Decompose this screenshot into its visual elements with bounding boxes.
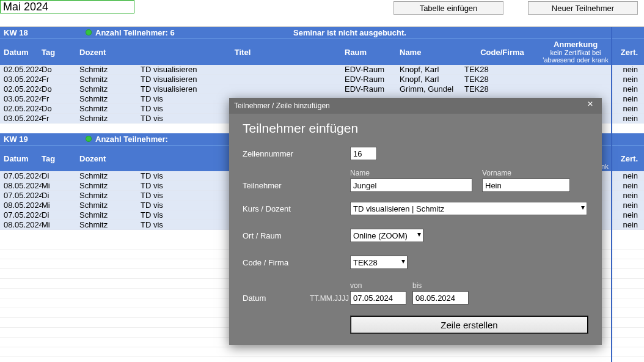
- col-datum: Datum: [0, 48, 42, 57]
- table-row[interactable]: 03.05.2024FrSchmitzTD visualisierenEDV-R…: [0, 75, 644, 84]
- cell-zert: nein: [611, 171, 644, 180]
- cell-tag: Di: [42, 171, 79, 180]
- cell-datum: 08.05.2024: [0, 220, 42, 229]
- cell-zert: nein: [611, 210, 644, 220]
- add-participant-dialog: Teilnehmer / Zeile hinzufügen ✕ Teilnehm…: [229, 98, 602, 345]
- cell-dozent: Schmitz: [79, 220, 141, 229]
- cell-dozent: Schmitz: [79, 201, 141, 210]
- room-select[interactable]: Online (ZOOM): [350, 229, 423, 242]
- date-format-hint: TT.MM.JJJJ: [310, 294, 350, 305]
- cell-zert: nein: [611, 114, 644, 123]
- cell-titel: TD visualisieren: [141, 75, 345, 84]
- week-band: KW 18Anzahl Teilnehmer: 6Seminar ist nic…: [0, 27, 644, 39]
- cell-tag: Mi: [42, 220, 79, 229]
- cell-datum: 02.05.2024: [0, 65, 42, 74]
- cell-zert: nein: [611, 220, 644, 229]
- create-row-button[interactable]: Zeile erstellen: [350, 316, 588, 334]
- col-tag: Tag: [42, 154, 79, 163]
- cell-datum: 08.05.2024: [0, 181, 42, 190]
- cell-dozent: Schmitz: [79, 181, 141, 190]
- cell-zert: nein: [611, 181, 644, 190]
- to-caption: bis: [412, 281, 469, 290]
- dialog-title-text: Teilnehmer / Zeile hinzufügen: [234, 102, 330, 110]
- cell-raum: EDV-Raum: [345, 84, 400, 94]
- cell-datum: 03.05.2024: [0, 75, 42, 84]
- cell-zert: nein: [611, 75, 644, 84]
- cell-name: Knopf, Karl: [400, 75, 464, 84]
- cell-dozent: Schmitz: [79, 210, 141, 220]
- room-label: Ort / Raum: [243, 231, 350, 240]
- cell-code: TEK28: [464, 75, 540, 84]
- code-select[interactable]: TEK28: [350, 256, 408, 269]
- cell-raum: EDV-Raum: [345, 75, 400, 84]
- insert-table-button[interactable]: Tabelle einfügen: [393, 1, 503, 15]
- cell-code: TEK28: [464, 65, 540, 74]
- col-name: Name: [400, 48, 464, 57]
- new-participant-button[interactable]: Neuer Teilnehmer: [528, 1, 638, 15]
- col-tag: Tag: [42, 48, 79, 57]
- col-datum: Datum: [0, 154, 42, 163]
- col-raum: Raum: [345, 48, 400, 57]
- cell-datum: 02.05.2024: [0, 104, 42, 113]
- cell-tag: Fr: [42, 94, 79, 103]
- course-select[interactable]: TD visualisieren | Schmitz: [350, 202, 587, 215]
- dialog-heading: Teilnehmer einfügen: [243, 121, 588, 136]
- month-title-cell[interactable]: Mai 2024: [0, 0, 134, 13]
- dialog-titlebar[interactable]: Teilnehmer / Zeile hinzufügen ✕: [229, 98, 602, 114]
- week-number: KW 19: [0, 135, 86, 144]
- cell-raum: EDV-Raum: [345, 65, 400, 74]
- col-dozent: Dozent: [79, 48, 141, 57]
- name-caption: Name: [350, 169, 472, 177]
- cell-titel: TD visualisieren: [141, 84, 345, 94]
- from-caption: von: [350, 281, 406, 290]
- cell-dozent: Schmitz: [79, 171, 141, 180]
- lastname-input[interactable]: [350, 179, 472, 192]
- cell-tag: Mi: [42, 201, 79, 210]
- table-row[interactable]: 02.05.2024DoSchmitzTD visualisierenEDV-R…: [0, 84, 644, 94]
- rownum-input[interactable]: [350, 147, 377, 160]
- cell-zert: nein: [611, 201, 644, 210]
- cell-tag: Di: [42, 191, 79, 200]
- date-label: Datum: [243, 294, 310, 305]
- seminar-status: Seminar ist nicht ausgebucht.: [293, 28, 644, 37]
- participant-count: Anzahl Teilnehmer: 6: [86, 28, 293, 37]
- cell-tag: Di: [42, 210, 79, 220]
- cell-tag: Do: [42, 84, 79, 94]
- participant-label: Teilnehmer: [243, 181, 350, 192]
- cell-zert: nein: [611, 84, 644, 94]
- cell-dozent: Schmitz: [79, 104, 141, 113]
- cell-name: Grimm, Gundel: [400, 84, 464, 94]
- cell-dozent: Schmitz: [79, 65, 141, 74]
- cell-name: Knopf, Karl: [400, 65, 464, 74]
- date-from-input[interactable]: [350, 291, 406, 305]
- cell-zert: nein: [611, 191, 644, 200]
- close-icon[interactable]: ✕: [584, 100, 597, 112]
- week-number: KW 18: [0, 28, 86, 37]
- firstname-caption: Vorname: [482, 169, 570, 177]
- col-zert: Zert.: [611, 154, 644, 163]
- cell-titel: TD visualisieren: [141, 65, 345, 74]
- cell-zert: nein: [611, 104, 644, 113]
- cell-datum: 02.05.2024: [0, 84, 42, 94]
- cell-dozent: Schmitz: [79, 114, 141, 123]
- cell-datum: 07.05.2024: [0, 171, 42, 180]
- cell-zert: nein: [611, 65, 644, 74]
- cell-datum: 03.05.2024: [0, 94, 42, 103]
- date-to-input[interactable]: [412, 291, 469, 305]
- cell-dozent: Schmitz: [79, 84, 141, 94]
- code-label: Code / Firma: [243, 258, 350, 267]
- cell-tag: Fr: [42, 114, 79, 123]
- table-row[interactable]: 02.05.2024DoSchmitzTD visualisierenEDV-R…: [0, 65, 644, 75]
- cell-tag: Do: [42, 104, 79, 113]
- col-anmerkung: Anmerkungkein Zertifikat bei'abwesend od…: [540, 40, 611, 64]
- col-code: Code/Firma: [464, 48, 540, 57]
- status-dot-icon: [86, 29, 92, 35]
- cell-datum: 07.05.2024: [0, 210, 42, 220]
- cell-dozent: Schmitz: [79, 191, 141, 200]
- status-dot-icon: [86, 136, 92, 142]
- col-titel: Titel: [141, 48, 345, 57]
- firstname-input[interactable]: [482, 179, 570, 192]
- column-header-row: DatumTagDozentTitelRaumNameCode/FirmaAnm…: [0, 39, 644, 65]
- cell-zert: nein: [611, 94, 644, 103]
- cell-datum: 03.05.2024: [0, 114, 42, 123]
